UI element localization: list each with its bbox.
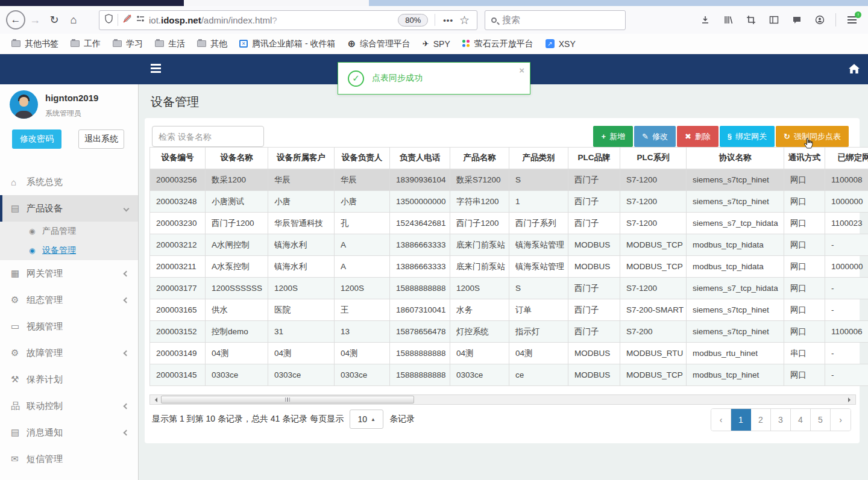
- page-3[interactable]: 3: [771, 409, 791, 431]
- zoom-level-badge[interactable]: 80%: [398, 14, 428, 26]
- scrollbar-thumb[interactable]: [161, 396, 414, 404]
- bookmark-item[interactable]: ⊕综合管理平台: [342, 36, 415, 51]
- browser-toolbar: ← → ↻ ⌂ iot.idosp.net/admin/index.html? …: [0, 6, 868, 34]
- column-header[interactable]: PLC系列: [620, 148, 687, 169]
- chevron-left-icon: [124, 297, 130, 303]
- bookmark-item[interactable]: 萤石云开放平台: [457, 37, 539, 51]
- page-next[interactable]: ›: [831, 409, 851, 431]
- table-row[interactable]: 20000314904测04测04测1588888888804测04测MODBU…: [150, 343, 868, 364]
- menu-hamburger-icon[interactable]: ↑: [843, 11, 861, 29]
- account-icon[interactable]: [811, 11, 828, 29]
- edit-button[interactable]: ✎修改: [634, 126, 676, 147]
- add-button[interactable]: +新增: [593, 126, 633, 147]
- change-password-button[interactable]: 修改密码: [12, 129, 61, 149]
- sidebar: hignton2019 系统管理员 修改密码 退出系统 ⌂系统总览▤产品设备◉产…: [0, 84, 139, 480]
- table-row[interactable]: 200003152控制demo311315878656478灯控系统指示灯西门子…: [150, 321, 868, 343]
- sidebar-item-fault-mgmt[interactable]: ⚙故障管理: [0, 340, 138, 366]
- delete-button[interactable]: ✖删除: [677, 126, 719, 147]
- app-home-icon[interactable]: [849, 64, 860, 76]
- cell: MODBUS_TCP: [620, 364, 687, 386]
- table-row[interactable]: 200003230西门子1200华辰智通科技孔15243642681西门子120…: [150, 213, 868, 234]
- sidebar-item-gateway-mgmt[interactable]: ▦网关管理: [0, 260, 138, 287]
- toast-close-icon[interactable]: ×: [519, 65, 524, 75]
- table-row[interactable]: 2000031450303ce0303ce0303ce1588888888803…: [150, 364, 868, 386]
- url-bar[interactable]: iot.idosp.net/admin/index.html? 80% ••• …: [99, 10, 477, 30]
- page-2[interactable]: 2: [751, 409, 771, 431]
- table-row[interactable]: 200003211A水泵控制镇海水利A13886663333底来门前泵站镇海泵站…: [150, 256, 868, 278]
- download-icon[interactable]: [696, 11, 714, 29]
- bookmark-item[interactable]: 工作: [65, 37, 106, 51]
- cell: S7-1200: [620, 169, 687, 191]
- sidebar-item-message-notify[interactable]: ▤消息通知: [0, 419, 138, 446]
- sidebar-item-overview[interactable]: ⌂系统总览: [0, 169, 138, 195]
- horizontal-scrollbar[interactable]: [149, 394, 856, 405]
- avatar[interactable]: [10, 90, 38, 119]
- back-button[interactable]: ←: [6, 10, 25, 30]
- sidebar-item-scada-mgmt[interactable]: ⚙组态管理: [0, 287, 138, 313]
- page-size-select[interactable]: 10▲: [350, 410, 383, 429]
- pencil-icon: ✎: [642, 132, 649, 141]
- device-search-input[interactable]: [152, 126, 264, 147]
- reload-button[interactable]: ↻: [45, 10, 64, 30]
- column-header[interactable]: 设备负责人: [335, 148, 390, 169]
- cell: 华辰: [268, 169, 335, 191]
- page-1[interactable]: 1: [731, 409, 751, 431]
- shield-icon[interactable]: [104, 14, 113, 26]
- cell: modbus_tcp_hidata: [687, 256, 784, 278]
- bookmark-item[interactable]: ↗XSY: [540, 37, 581, 51]
- table-row[interactable]: 200003212A水闸控制镇海水利A13886663333底来门前泵站镇海泵站…: [150, 234, 868, 256]
- browser-search-input[interactable]: 搜索: [485, 10, 626, 30]
- bookmark-item[interactable]: 其他书签: [6, 37, 64, 51]
- bookmark-item[interactable]: ✈SPY: [417, 37, 456, 51]
- permissions-icon[interactable]: [136, 14, 145, 25]
- table-row[interactable]: 2000031771200SSSSSS1200S1200S15888888888…: [150, 278, 868, 299]
- sidebar-collapse-icon[interactable]: [151, 64, 161, 73]
- scroll-right-arrow[interactable]: [846, 395, 855, 404]
- column-header[interactable]: 设备编号: [150, 148, 206, 169]
- screenshot-icon[interactable]: [742, 11, 760, 29]
- sidebar-item-card-mgmt[interactable]: ▥卡号管理: [0, 472, 138, 480]
- column-header[interactable]: 产品名称: [450, 148, 509, 169]
- scroll-left-arrow[interactable]: [150, 395, 160, 404]
- page-prev[interactable]: ‹: [711, 409, 731, 431]
- page-actions-icon[interactable]: •••: [443, 16, 453, 25]
- cell: 200003248: [150, 191, 206, 213]
- bookmark-star-icon[interactable]: ☆: [459, 13, 470, 27]
- table-row[interactable]: 200003165供水医院王18607310041水务订单西门子S7-200-S…: [150, 299, 868, 321]
- home-button[interactable]: ⌂: [64, 10, 83, 30]
- sidebar-item-sms-mgmt[interactable]: ✉短信管理: [0, 446, 138, 472]
- column-header[interactable]: 协议名称: [687, 148, 784, 169]
- cell: 华辰智通科技: [268, 213, 335, 234]
- page-4[interactable]: 4: [791, 409, 811, 431]
- column-header[interactable]: 已绑定网关: [825, 148, 868, 169]
- column-header[interactable]: 设备名称: [206, 148, 268, 169]
- bind-gateway-button[interactable]: §绑定网关: [720, 126, 775, 147]
- pocket-bubble-icon[interactable]: [788, 11, 805, 29]
- column-header[interactable]: PLC品牌: [568, 148, 620, 169]
- column-header[interactable]: 产品类别: [509, 148, 568, 169]
- sidebar-item-video-mgmt[interactable]: ▭视频管理: [0, 313, 138, 340]
- column-header[interactable]: 负责人电话: [390, 148, 450, 169]
- library-icon[interactable]: [719, 11, 737, 29]
- sidebar-item-linkage-control[interactable]: 品联动控制: [0, 393, 138, 419]
- chevron-left-icon: [124, 429, 130, 435]
- folder-icon: [11, 40, 20, 47]
- cell: 1000000: [825, 191, 868, 213]
- page-5[interactable]: 5: [811, 409, 831, 431]
- bookmark-item[interactable]: 生活: [149, 37, 190, 51]
- column-header[interactable]: 设备所属客户: [268, 148, 335, 169]
- bookmark-item[interactable]: 其他: [192, 37, 233, 51]
- sidebar-item-product-device[interactable]: ▤产品设备: [0, 195, 138, 222]
- sidebar-item-maintenance-plan[interactable]: ⚒保养计划: [0, 366, 138, 393]
- logout-button[interactable]: 退出系统: [78, 129, 124, 149]
- sidebar-item-product-mgmt[interactable]: ◉产品管理: [0, 222, 138, 241]
- bookmark-item[interactable]: 学习: [107, 37, 148, 51]
- forward-button[interactable]: →: [25, 10, 45, 30]
- table-row[interactable]: 200003256数采1200华辰华辰18390936104数采S71200S西…: [150, 169, 868, 191]
- blocked-pencil-icon[interactable]: [122, 14, 132, 26]
- bookmark-item[interactable]: ✕腾讯企业邮箱 - 收件箱: [234, 37, 341, 51]
- cell: 网口: [784, 213, 825, 234]
- sidebar-toggle-icon[interactable]: [765, 11, 782, 29]
- table-row[interactable]: 200003248小唐测试小唐小唐13500000000字符串12001西门子S…: [150, 191, 868, 213]
- sidebar-item-device-mgmt[interactable]: ◉设备管理: [0, 241, 138, 260]
